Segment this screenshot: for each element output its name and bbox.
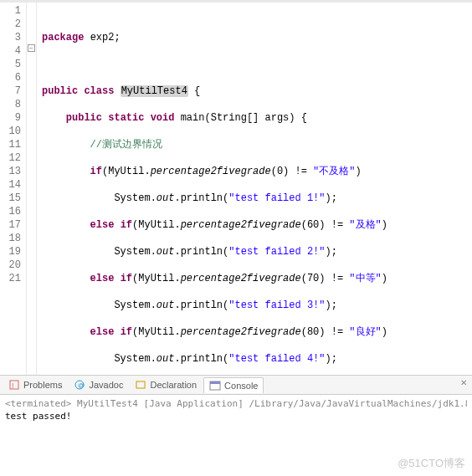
views-tab-bar: ! Problems @ Javadoc Declaration Console — [0, 375, 472, 394]
declaration-icon — [135, 379, 146, 391]
console-view[interactable]: <terminated> MyUtilTest4 [Java Applicati… — [0, 394, 472, 463]
javadoc-icon: @ — [74, 379, 85, 391]
console-icon — [209, 380, 221, 392]
tab-declaration[interactable]: Declaration — [130, 377, 202, 392]
tab-console[interactable]: Console — [203, 377, 264, 393]
svg-rect-6 — [210, 381, 220, 384]
fold-toggle-icon[interactable]: − — [28, 44, 35, 52]
code-editor[interactable]: 123 456 789 101112 131415 161718 192021 … — [0, 3, 472, 375]
problems-icon: ! — [8, 379, 20, 391]
fold-column: − — [27, 3, 37, 375]
console-process-header: <terminated> MyUtilTest4 [Java Applicati… — [5, 398, 467, 409]
tab-javadoc[interactable]: @ Javadoc — [69, 377, 128, 392]
svg-text:!: ! — [12, 381, 14, 390]
watermark: @51CTO博客 — [398, 456, 465, 471]
svg-rect-4 — [136, 381, 145, 388]
line-number-gutter: 123 456 789 101112 131415 161718 192021 — [0, 3, 27, 375]
svg-text:@: @ — [78, 381, 85, 389]
close-icon[interactable]: ✕ — [460, 378, 467, 387]
selected-classname: MyUtilTest4 — [121, 85, 188, 97]
code-area[interactable]: package exp2; public class MyUtilTest4 {… — [37, 3, 472, 375]
console-output-line: test passed! — [5, 411, 467, 422]
tab-problems[interactable]: ! Problems — [3, 377, 67, 392]
